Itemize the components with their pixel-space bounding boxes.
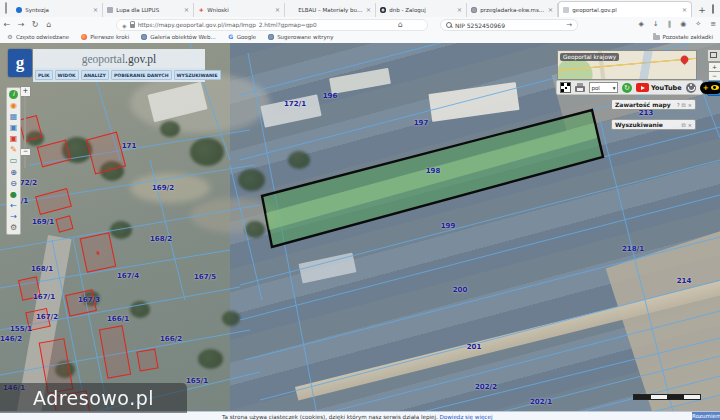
info-icon[interactable]: i (9, 90, 18, 99)
panel-map-contents[interactable]: Zawartość mapy ? ⊡ × (611, 99, 696, 110)
home-icon[interactable]: ⌂ (42, 20, 56, 29)
highlights-icon[interactable]: ✧ (695, 20, 701, 28)
tab-close-icon[interactable]: × (548, 6, 553, 14)
parcel-label-172-1: 172/1 (284, 100, 306, 108)
building-outline (136, 349, 158, 372)
search-field[interactable]: NIP 5252450969 → (440, 19, 578, 31)
draw-icon[interactable]: ✎ (8, 145, 19, 154)
circle-blue-favicon-icon (16, 7, 22, 13)
tab-close-icon[interactable]: × (184, 6, 189, 14)
new-tab-button[interactable]: + (698, 5, 706, 15)
tab-close-icon[interactable]: × (682, 6, 687, 14)
bookmark-star-icon[interactable]: ⌂ (398, 20, 403, 29)
zoom-handle[interactable]: − (20, 148, 31, 156)
tab-close-icon[interactable]: × (93, 6, 98, 14)
qr-code-icon[interactable] (560, 82, 571, 93)
browser-tab[interactable]: Syntezja× (12, 3, 103, 17)
site-title-part1: geoportal (82, 53, 125, 65)
window-restore-icon[interactable] (712, 4, 714, 14)
parcel-label-168-2: 168/2 (150, 235, 172, 243)
close-icon[interactable]: × (688, 122, 692, 128)
back-icon[interactable]: ← (8, 201, 19, 210)
locate-icon[interactable]: ◉ (8, 101, 19, 110)
tab-close-icon[interactable]: × (366, 6, 371, 14)
zoom-out-icon[interactable]: ⊖ (8, 179, 19, 188)
parcel-label-167-1: 167/1 (33, 293, 55, 301)
tab-close-icon[interactable]: × (275, 6, 280, 14)
collapse-overview-icon[interactable] (707, 49, 720, 62)
refresh-icon[interactable]: ↻ (622, 83, 632, 93)
accessibility-icon[interactable] (686, 83, 696, 93)
tracking-shield-icon[interactable]: ◈ (122, 22, 127, 29)
bookmark-item[interactable]: ⚙Często odwiedzane (7, 34, 69, 40)
search-go-icon[interactable]: → (566, 21, 572, 29)
close-icon[interactable]: × (688, 102, 692, 108)
zoom-slider[interactable]: + − (20, 86, 30, 174)
minimize-icon[interactable]: ⊡ (682, 102, 686, 108)
youtube-button[interactable]: YouTube (636, 83, 682, 92)
account-icon[interactable]: ◉ (680, 20, 686, 28)
tab-label: Syntezja (25, 7, 90, 13)
forward-icon[interactable]: → (8, 212, 19, 221)
bookmark-item[interactable]: Galeria obiektów Web... (141, 34, 215, 40)
browser-tab[interactable]: geoportal.gov.pl× (558, 1, 692, 17)
help-icon[interactable]: ? (677, 102, 680, 108)
bookmark-item[interactable]: GGoogle (228, 34, 256, 40)
parcel-label-213: 213 (639, 109, 654, 117)
globe-icon[interactable]: ● (8, 190, 19, 199)
back-icon[interactable]: ← (0, 20, 14, 29)
address-bar: ← → ↻ ⌂ ◈ https://mapy.geoportal.gov.pl/… (0, 17, 720, 32)
menu-icon[interactable]: ≡ (710, 20, 716, 28)
tab-history-icon[interactable] (5, 2, 7, 14)
reload-icon[interactable]: ↻ (28, 20, 42, 29)
layers-icon[interactable]: ▦ (8, 112, 19, 121)
parcel-label-196: 196 (323, 92, 338, 100)
other-bookmarks-button[interactable]: Pozostałe zakładki (653, 34, 713, 40)
menu-item-analizy[interactable]: ANALIZY (81, 70, 109, 80)
geoportal-logo[interactable]: g (8, 49, 32, 77)
print-icon[interactable] (575, 86, 585, 92)
forward-icon[interactable]: → (14, 20, 28, 29)
url-field[interactable]: ◈ https://mapy.geoportal.gov.pl/imap/Img… (116, 19, 428, 31)
browser-tab[interactable]: Lupa dla LUPUS× (103, 3, 194, 17)
copy-view-icon[interactable]: ▣ (8, 123, 19, 132)
bookmark-item[interactable]: Sugerowane witryny (268, 34, 333, 40)
url-text: https://mapy.geoportal.gov.pl/imap/Imgp_… (138, 22, 317, 28)
parcel-label-169-2: 169/2 (152, 184, 174, 192)
browser-tab[interactable]: przegladarka-ekw.ms.gov.pl/e...× (467, 3, 558, 17)
browser-tab[interactable]: dnb - Zaloguj× (376, 3, 467, 17)
parcel-label-197: 197 (414, 119, 429, 127)
shield-icon[interactable]: ◈ (638, 20, 643, 28)
minimize-icon[interactable]: ⊡ (682, 122, 686, 128)
bookmark-label: Często odwiedzane (16, 34, 69, 40)
panel-search[interactable]: Wyszukiwanie ⊡ × (611, 119, 696, 130)
high-contrast-button[interactable]: + (700, 82, 720, 94)
language-select[interactable]: pol▾ (589, 82, 618, 93)
tab-label: geoportal.gov.pl (572, 7, 679, 13)
menu-item-widok[interactable]: WIDOK (55, 70, 79, 80)
measure-icon[interactable]: ▭ (8, 156, 19, 165)
zoom-in-icon[interactable]: ⊕ (8, 168, 19, 177)
extensions-icon[interactable]: ‖ (668, 20, 672, 28)
zoom-track[interactable] (24, 96, 26, 168)
overview-zoom-out-button[interactable]: − (708, 71, 720, 81)
browser-tab[interactable]: +Wnioski× (194, 3, 285, 17)
menu-item-wyszukiwanie[interactable]: WYSZUKIWANIE (174, 70, 221, 80)
browser-tab[interactable]: ELBAU – Materiały budowlane Pozn× (285, 3, 376, 17)
overview-map[interactable]: Geoportal krajowy (557, 50, 697, 80)
download-icon[interactable]: ↓ (653, 20, 659, 28)
cookie-accept-button[interactable]: Rozumiem (692, 412, 720, 420)
parcel-label-214: 214 (677, 277, 692, 285)
cookie-message: Ta strona używa ciasteczek (cookies), dz… (222, 414, 492, 420)
settings-icon[interactable]: ⚙ (8, 223, 19, 232)
menu-item-plik[interactable]: PLIK (35, 70, 53, 80)
clear-icon[interactable]: ▣ (8, 134, 19, 143)
parcel-label-155-1: 155/1 (10, 325, 32, 333)
menu-item-pobieranie-danych[interactable]: POBIERANIE DANYCH (111, 70, 172, 80)
parcel-inner-stripe (266, 123, 597, 230)
tab-close-icon[interactable]: × (457, 6, 462, 14)
cookie-more-link[interactable]: Dowiedz się więcej (440, 414, 493, 420)
bookmark-item[interactable]: Pierwsze kroki (81, 34, 129, 40)
browser-action-icons: ◈↓‖◉✧≡ (638, 17, 716, 31)
plus-red-favicon-icon: + (198, 7, 204, 13)
